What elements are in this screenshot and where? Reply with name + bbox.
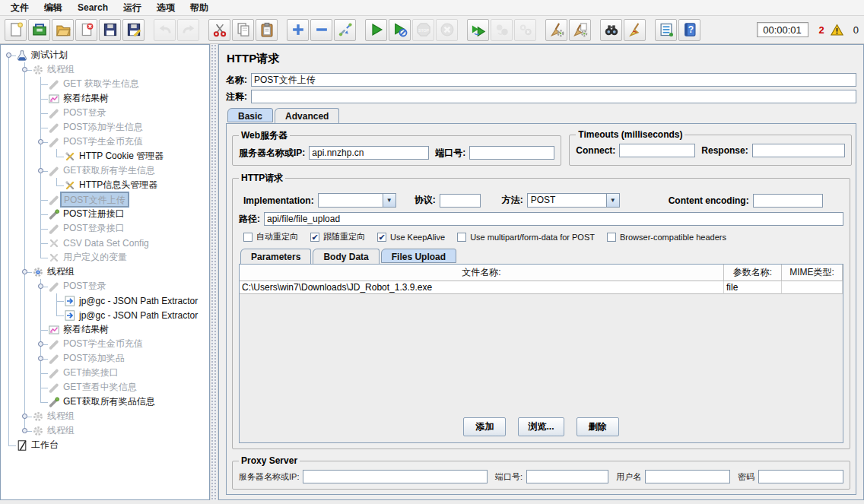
menu-item-文件[interactable]: 文件 <box>3 0 37 16</box>
tree-node-线程组[interactable]: 线程组 <box>1 62 209 77</box>
mime-type-cell[interactable] <box>782 281 843 294</box>
method-select[interactable]: POST ▼ <box>527 193 620 208</box>
tab-advanced[interactable]: Advanced <box>275 108 339 123</box>
tree-expander-knob[interactable] <box>22 67 27 72</box>
chevron-down-icon[interactable]: ▼ <box>606 194 619 207</box>
tree-node-CSV Data Set Config[interactable]: CSV Data Set Config <box>1 236 209 250</box>
tree-node-label[interactable]: GET获取所有奖品信息 <box>61 395 157 409</box>
proxy-pass-input[interactable] <box>758 470 843 483</box>
proxy-host-input[interactable] <box>303 470 487 483</box>
copy-button[interactable] <box>232 19 254 41</box>
tree-node-label[interactable]: HTTP Cookie 管理器 <box>77 149 166 163</box>
tree-node-label[interactable]: 测试计划 <box>29 48 70 62</box>
tree-expander-knob[interactable] <box>22 428 27 433</box>
remote-start-all-button[interactable] <box>467 19 489 41</box>
clear-button[interactable] <box>545 19 567 41</box>
tree-node-POST登录[interactable]: POST登录 <box>1 106 209 120</box>
proxy-port-input[interactable] <box>526 470 608 483</box>
tree-node-POST登录[interactable]: POST登录 <box>1 279 209 293</box>
tree-node-GET抽奖接口[interactable]: GET抽奖接口 <box>1 366 209 380</box>
files-table-row[interactable]: C:\Users\win7\Downloads\JD_Robot_1.3.9.e… <box>240 281 843 294</box>
tree-node-label[interactable]: GET抽奖接口 <box>61 366 121 380</box>
clear-all-button[interactable] <box>569 19 591 41</box>
menu-item-编辑[interactable]: 编辑 <box>37 0 70 16</box>
name-input[interactable] <box>251 73 856 87</box>
comment-input[interactable] <box>251 90 856 103</box>
tree-node-GET查看中奖信息[interactable]: GET查看中奖信息 <box>1 380 209 395</box>
tree-node-线程组[interactable]: 线程组 <box>1 409 209 423</box>
tree-node-用户定义的变量[interactable]: 用户定义的变量 <box>1 250 209 265</box>
tree-node-线程组[interactable]: 线程组 <box>1 265 209 279</box>
tree-node-label[interactable]: jp@gc - JSON Path Extractor <box>77 309 200 322</box>
checked-checkbox-icon[interactable]: ✔ <box>377 233 386 242</box>
tree-node-POST添加奖品[interactable]: POST添加奖品 <box>1 351 209 366</box>
tree-node-label[interactable]: HTTP信息头管理器 <box>77 178 160 192</box>
checkbox-2[interactable]: ✔Use KeepAlive <box>377 233 445 242</box>
tree-node-label[interactable]: POST注册接口 <box>61 207 127 221</box>
paste-button[interactable] <box>256 19 278 41</box>
implementation-select[interactable]: ▼ <box>318 193 396 208</box>
tree-node-POST登录接口[interactable]: POST登录接口 <box>1 221 209 236</box>
checkbox-4[interactable]: Browser-compatible headers <box>607 233 726 242</box>
close-button[interactable] <box>75 19 97 41</box>
tree-node-label[interactable]: POST添加奖品 <box>61 351 127 366</box>
tree-node-label[interactable]: 工作台 <box>29 438 61 452</box>
tree-node-测试计划[interactable]: 测试计划 <box>1 48 209 62</box>
error-count[interactable]: 2 <box>819 24 824 36</box>
tree-expander-knob[interactable] <box>38 341 43 347</box>
collapse-all-button[interactable] <box>310 19 332 41</box>
unchecked-checkbox-icon[interactable] <box>243 233 253 242</box>
tree-expander-knob[interactable] <box>38 284 43 289</box>
tree-node-label[interactable]: POST学生金币充值 <box>61 135 145 149</box>
menu-item-search[interactable]: Search <box>70 1 116 14</box>
tree-node-jp@gc - JSON Path Extractor[interactable]: jp@gc - JSON Path Extractor <box>1 293 209 308</box>
tree-node-POST学生金币充值[interactable]: POST学生金币充值 <box>1 135 209 149</box>
tree-node-label[interactable]: 用户定义的变量 <box>61 250 129 265</box>
tree-node-察看结果树[interactable]: 察看结果树 <box>1 322 209 337</box>
param-name-cell[interactable]: file <box>724 281 782 294</box>
response-timeout-input[interactable] <box>752 144 845 157</box>
tab-basic[interactable]: Basic <box>227 108 273 122</box>
templates-button[interactable] <box>28 19 50 41</box>
browse-file-button[interactable]: 浏览... <box>518 417 564 436</box>
path-input[interactable] <box>264 212 843 226</box>
tree-node-POST添加学生信息[interactable]: POST添加学生信息 <box>1 120 209 135</box>
search-button[interactable] <box>600 19 622 41</box>
tree-node-POST学生金币充值[interactable]: POST学生金币充值 <box>1 337 209 351</box>
menu-item-运行[interactable]: 运行 <box>116 0 149 16</box>
tree-node-label[interactable]: 线程组 <box>45 423 77 438</box>
open-button[interactable] <box>52 19 74 41</box>
tree-node-label[interactable]: 察看结果树 <box>61 91 111 106</box>
help-button[interactable]: ? <box>678 19 700 41</box>
file-name-column-header[interactable]: 文件名称: <box>240 265 724 281</box>
content-encoding-input[interactable] <box>753 194 823 208</box>
search-reset-button[interactable] <box>624 19 646 41</box>
tab-files-upload[interactable]: Files Upload <box>381 249 456 263</box>
server-port-input[interactable] <box>469 146 554 160</box>
tree-node-label[interactable]: POST学生金币充值 <box>61 337 145 351</box>
tree-node-label[interactable]: 线程组 <box>45 409 77 423</box>
tree-node-POST文件上传[interactable]: POST文件上传 <box>1 192 209 207</box>
tree-node-jp@gc - JSON Path Extractor[interactable]: jp@gc - JSON Path Extractor <box>1 308 209 322</box>
tree-node-HTTP Cookie 管理器[interactable]: HTTP Cookie 管理器 <box>1 149 209 163</box>
tree-node-察看结果树[interactable]: 察看结果树 <box>1 91 209 106</box>
tree-expander-knob[interactable] <box>6 52 11 58</box>
tree-node-label[interactable]: 线程组 <box>45 265 77 279</box>
tree-expander-knob[interactable] <box>22 269 27 274</box>
expand-all-button[interactable] <box>287 19 309 41</box>
tab-parameters[interactable]: Parameters <box>240 249 311 264</box>
file-path-cell[interactable]: C:\Users\win7\Downloads\JD_Robot_1.3.9.e… <box>240 281 724 294</box>
tree-node-label[interactable]: POST登录 <box>61 279 109 293</box>
connect-timeout-input[interactable] <box>619 144 695 157</box>
tree-node-label[interactable]: GET 获取学生信息 <box>61 77 141 91</box>
tree-node-label[interactable]: 察看结果树 <box>61 322 111 337</box>
start-button[interactable] <box>365 19 387 41</box>
checkbox-0[interactable]: 自动重定向 <box>243 231 298 242</box>
delete-file-button[interactable]: 删除 <box>577 417 619 436</box>
save-as-button[interactable] <box>122 19 145 41</box>
checkbox-1[interactable]: ✔跟随重定向 <box>310 231 365 242</box>
param-name-column-header[interactable]: 参数名称: <box>724 265 782 281</box>
tree-node-工作台[interactable]: 工作台 <box>1 438 209 452</box>
tree-node-POST注册接口[interactable]: POST注册接口 <box>1 207 209 221</box>
toggle-button[interactable] <box>334 19 356 41</box>
